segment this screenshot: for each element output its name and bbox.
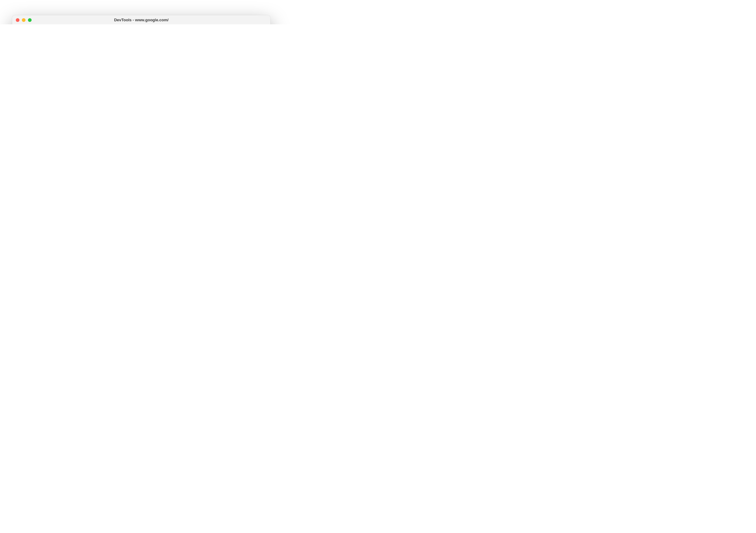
maximize-icon[interactable] bbox=[28, 18, 32, 22]
minimize-icon[interactable] bbox=[22, 18, 26, 22]
devtools-window-a: DevTools - www.google.com/ Elements Cons… bbox=[12, 15, 270, 24]
window-title: DevTools - www.google.com/ bbox=[15, 18, 267, 22]
traffic-lights bbox=[16, 18, 32, 22]
close-icon[interactable] bbox=[16, 18, 19, 22]
titlebar[interactable]: DevTools - www.google.com/ bbox=[12, 15, 270, 24]
